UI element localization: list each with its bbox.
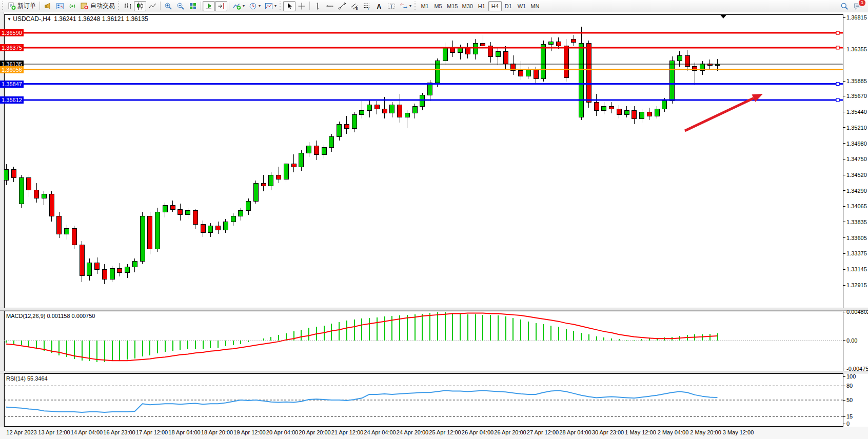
megaphone-icon bbox=[44, 2, 52, 10]
timeframe-h1-button[interactable]: H1 bbox=[475, 1, 488, 11]
fibonacci-icon: F bbox=[363, 2, 371, 10]
arrows-button[interactable]: ▾ bbox=[398, 1, 413, 11]
cursor-button[interactable] bbox=[283, 1, 295, 11]
timeframe-w1-button[interactable]: W1 bbox=[515, 1, 528, 11]
dropdown-caret-icon[interactable]: ▾ bbox=[259, 4, 261, 8]
vertical-line-button[interactable] bbox=[311, 1, 324, 11]
button-label: 自动交易 bbox=[90, 2, 115, 10]
signal-icon bbox=[68, 2, 76, 10]
zoom-out-button[interactable] bbox=[174, 1, 187, 11]
timeframe-d1-button[interactable]: D1 bbox=[502, 1, 515, 11]
dropdown-caret-icon[interactable]: ▾ bbox=[409, 4, 411, 8]
timeframe-m30-button[interactable]: M30 bbox=[460, 1, 475, 11]
arrows-icon bbox=[400, 2, 408, 10]
line-handle[interactable] bbox=[836, 98, 839, 102]
search-button[interactable] bbox=[838, 1, 851, 11]
collapse-triangle-icon[interactable]: ▼ bbox=[7, 17, 11, 22]
time-axis-label: 3 May 12:00 bbox=[723, 429, 754, 435]
equidistant-channel-icon: E bbox=[350, 2, 359, 10]
price-tag: 1.36056 bbox=[0, 66, 24, 73]
price-axis-tick: 1.33145 bbox=[846, 266, 867, 272]
symbol-period-label: USDCAD-,H4 bbox=[13, 15, 50, 23]
toolbar-separator bbox=[160, 2, 161, 10]
periods-icon bbox=[249, 2, 257, 10]
line-handle[interactable] bbox=[836, 46, 839, 49]
time-axis-label: 12 Apr 2023 bbox=[6, 429, 36, 435]
button-label: M1 bbox=[421, 3, 428, 9]
time-axis-label: 26 Apr 20:00 bbox=[494, 429, 526, 435]
price-axis-tick: 1.36815 bbox=[846, 14, 867, 21]
signals-button[interactable] bbox=[66, 1, 78, 11]
timeframe-m1-button[interactable]: M1 bbox=[418, 1, 431, 11]
bar-chart-button[interactable] bbox=[122, 1, 134, 11]
price-tag: 1.36375 bbox=[0, 44, 24, 51]
horizontal-line-button[interactable] bbox=[324, 1, 336, 11]
search-icon bbox=[840, 2, 849, 10]
new-order-button[interactable]: 新订单 bbox=[6, 1, 38, 11]
price-axis-tick: 1.35440 bbox=[846, 109, 867, 115]
auto-trading-button[interactable]: 自动交易 bbox=[78, 1, 117, 11]
templates-icon bbox=[265, 2, 273, 10]
toolbar-drag-handle[interactable] bbox=[414, 2, 417, 10]
text-icon: A bbox=[375, 2, 383, 10]
dropdown-caret-icon[interactable]: ▾ bbox=[243, 4, 245, 8]
templates-button[interactable]: ▾ bbox=[263, 1, 279, 11]
button-label: W1 bbox=[518, 3, 526, 9]
auto-scroll-button[interactable] bbox=[203, 1, 215, 11]
toolbar-drag-handle[interactable] bbox=[2, 2, 4, 10]
line-handle[interactable] bbox=[836, 83, 839, 86]
window-left-edge bbox=[0, 12, 4, 439]
button-label: H4 bbox=[491, 3, 499, 9]
text-button[interactable]: A bbox=[373, 1, 385, 11]
time-axis-label: 21 Apr 12:00 bbox=[331, 429, 363, 435]
pane-splitter[interactable] bbox=[0, 371, 868, 373]
pane-splitter[interactable] bbox=[0, 308, 868, 311]
candlestick-chart-button[interactable] bbox=[134, 1, 146, 11]
equidistant-channel-button[interactable]: E bbox=[348, 1, 361, 11]
timeframe-h4-button[interactable]: H4 bbox=[488, 1, 502, 11]
market-watch-button[interactable] bbox=[54, 1, 66, 11]
svg-text:T: T bbox=[390, 3, 393, 8]
mt4-window: 新订单自动交易▾▾▾EFAT▾M1M5M15M30H1H4D1W1MN1 ▼ U… bbox=[0, 0, 868, 439]
time-axis-label: 20 Apr 20:00 bbox=[299, 429, 330, 435]
chart-canvas[interactable] bbox=[0, 12, 868, 439]
svg-text:E: E bbox=[356, 7, 359, 10]
time-axis-label: 13 Apr 12:00 bbox=[38, 429, 70, 435]
line-handle[interactable] bbox=[836, 31, 839, 34]
chart-window[interactable]: ▼ USDCAD-,H4 1.36241 1.36248 1.36121 1.3… bbox=[0, 12, 868, 439]
price-tag: 1.35612 bbox=[0, 96, 24, 104]
toolbar-separator bbox=[309, 2, 310, 10]
cursor-icon bbox=[285, 2, 293, 10]
macd-label: MACD(12,26,9) 0.001158 0.000750 bbox=[6, 313, 95, 319]
alerts-button[interactable] bbox=[42, 1, 54, 11]
timeframe-m5-button[interactable]: M5 bbox=[431, 1, 445, 11]
price-axis-tick: 1.33375 bbox=[846, 250, 867, 256]
zoom-out-icon bbox=[176, 2, 185, 10]
time-axis-label: 2 May 20:00 bbox=[690, 429, 721, 435]
periods-button[interactable]: ▾ bbox=[247, 1, 263, 11]
toolbar-drag-handle[interactable] bbox=[117, 2, 120, 10]
indicators-button[interactable]: ▾ bbox=[231, 1, 247, 11]
toolbar-drag-handle[interactable] bbox=[279, 2, 282, 10]
button-label: MN bbox=[530, 3, 539, 9]
fibonacci-button[interactable]: F bbox=[361, 1, 373, 11]
timeframe-m15-button[interactable]: M15 bbox=[445, 1, 460, 11]
line-chart-icon bbox=[148, 2, 156, 10]
line-chart-button[interactable] bbox=[146, 1, 159, 11]
price-axis-tick: 1.35670 bbox=[846, 93, 867, 99]
zoom-in-button[interactable] bbox=[162, 1, 174, 11]
toolbar-separator bbox=[201, 2, 201, 10]
crosshair-button[interactable] bbox=[295, 1, 308, 11]
trendline-button[interactable] bbox=[336, 1, 348, 11]
macd-axis-tick: 0.004802 bbox=[846, 309, 868, 315]
dropdown-caret-icon[interactable]: ▾ bbox=[274, 4, 277, 8]
trendline-icon bbox=[338, 2, 346, 10]
tile-windows-button[interactable] bbox=[187, 1, 199, 11]
rsi-axis-tick: 0 bbox=[846, 421, 850, 427]
rsi-axis-tick: 50 bbox=[846, 397, 853, 403]
chart-shift-button[interactable] bbox=[215, 1, 227, 11]
timeframe-mn-button[interactable]: MN bbox=[528, 1, 542, 11]
text-label-button[interactable]: T bbox=[385, 1, 398, 11]
auto-scroll-icon bbox=[205, 2, 213, 10]
chat-button[interactable]: 1 bbox=[852, 1, 864, 11]
